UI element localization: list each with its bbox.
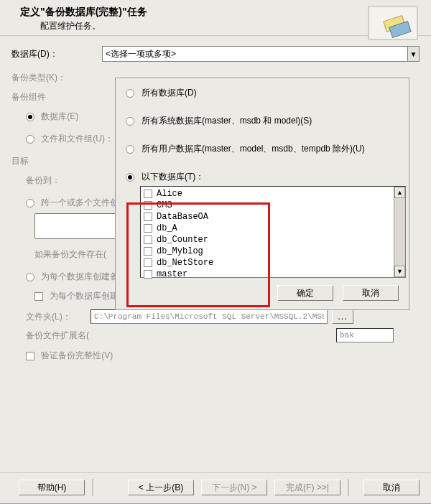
ext-label: 备份文件扩展名(: [26, 330, 119, 342]
separator: [348, 479, 349, 496]
scroll-down-icon[interactable]: ▼: [394, 266, 405, 277]
ok-button[interactable]: 确定: [277, 285, 333, 301]
database-item[interactable]: db_A: [142, 223, 404, 234]
finish-button[interactable]: 完成(F) >>|: [274, 480, 340, 495]
radio-all-databases-label: 所有数据库(D): [142, 87, 197, 99]
database-item-label: master: [157, 269, 187, 279]
database-item-label: db_A: [157, 223, 177, 233]
database-item-label: DataBaseOA: [157, 212, 208, 222]
radio-all-databases[interactable]: [126, 89, 134, 98]
database-item-checkbox[interactable]: [144, 270, 152, 279]
page-subtitle: 配置维护任务。: [40, 20, 424, 32]
checkbox-verify-label: 验证备份完整性(V): [41, 350, 113, 360]
database-item-checkbox[interactable]: [144, 213, 152, 221]
page-title: 定义"备份数据库(完整)"任务: [20, 6, 424, 19]
checkbox-subdir[interactable]: [34, 292, 43, 301]
radio-these-databases-label: 以下数据库(T)：: [142, 171, 204, 183]
back-button[interactable]: < 上一步(B): [128, 480, 194, 495]
database-select-value: <选择一项或多项>: [106, 48, 176, 60]
database-item-checkbox[interactable]: [144, 247, 152, 256]
database-item-checkbox[interactable]: [144, 258, 152, 267]
separator: [92, 479, 93, 496]
database-item[interactable]: master: [142, 269, 404, 280]
database-item-label: CMS: [157, 200, 172, 210]
browse-button[interactable]: ...: [332, 309, 353, 324]
database-item-checkbox[interactable]: [144, 190, 152, 198]
database-label: 数据库(D)：: [11, 48, 102, 60]
radio-filesgroups[interactable]: [26, 135, 34, 144]
radio-these-databases[interactable]: [126, 173, 134, 182]
database-item-checkbox[interactable]: [144, 201, 152, 210]
scroll-up-icon[interactable]: ▲: [394, 187, 405, 198]
database-select[interactable]: <选择一项或多项> ▼: [102, 46, 420, 62]
database-item[interactable]: db_NetStore: [142, 257, 404, 269]
database-item-label: db_NetStore: [157, 258, 213, 268]
radio-database-label: 数据库(E): [41, 111, 78, 121]
database-item[interactable]: db_Myblog: [142, 246, 404, 257]
radio-database[interactable]: [26, 113, 34, 121]
radio-across-files-label: 跨一个或多个文件创: [41, 197, 119, 207]
cancel-button[interactable]: 取消: [343, 285, 399, 301]
backup-type-label: 备份类型(K)：: [11, 72, 102, 84]
database-checklist[interactable]: AliceCMSDataBaseOAdb_Adb_Counterdb_Myblo…: [140, 186, 406, 278]
radio-user-databases-label: 所有用户数据库(master、model、msdb、tempdb 除外)(U): [142, 143, 365, 155]
database-dropdown-panel: 所有数据库(D) 所有系统数据库(master、msdb 和 model)(S)…: [115, 78, 409, 310]
radio-system-databases-label: 所有系统数据库(master、msdb 和 model)(S): [142, 115, 312, 127]
ext-input[interactable]: [336, 328, 394, 342]
database-item[interactable]: Alice: [142, 188, 404, 200]
radio-user-databases[interactable]: [126, 145, 134, 154]
radio-across-files[interactable]: [26, 199, 34, 207]
radio-filesgroups-label: 文件和文件组(U)：: [41, 134, 113, 144]
database-item-label: db_Counter: [157, 235, 208, 245]
database-item[interactable]: CMS: [142, 200, 404, 211]
radio-per-db-label: 为每个数据库创建备: [41, 271, 119, 281]
folder-path-input[interactable]: [91, 309, 328, 324]
chevron-down-icon[interactable]: ▼: [407, 47, 419, 61]
help-button[interactable]: 帮助(H): [19, 480, 85, 495]
wizard-footer: 帮助(H) < 上一步(B) 下一步(N) > 完成(F) >>| 取消: [0, 472, 431, 496]
database-item-checkbox[interactable]: [144, 235, 152, 244]
database-item[interactable]: db_Counter: [142, 234, 404, 246]
folder-label: 文件夹(L)：: [26, 311, 91, 323]
checkbox-verify[interactable]: [26, 352, 34, 360]
database-item-label: db_Myblog: [157, 246, 203, 256]
radio-per-db[interactable]: [26, 273, 34, 281]
scrollbar[interactable]: ▲ ▼: [394, 187, 405, 277]
wizard-cancel-button[interactable]: 取消: [363, 480, 420, 495]
radio-system-databases[interactable]: [126, 117, 134, 126]
next-button[interactable]: 下一步(N) >: [201, 480, 267, 495]
database-item-checkbox[interactable]: [144, 224, 152, 233]
database-item[interactable]: DataBaseOA: [142, 211, 404, 223]
database-item-label: Alice: [157, 189, 182, 199]
header-decoration: [368, 6, 418, 40]
